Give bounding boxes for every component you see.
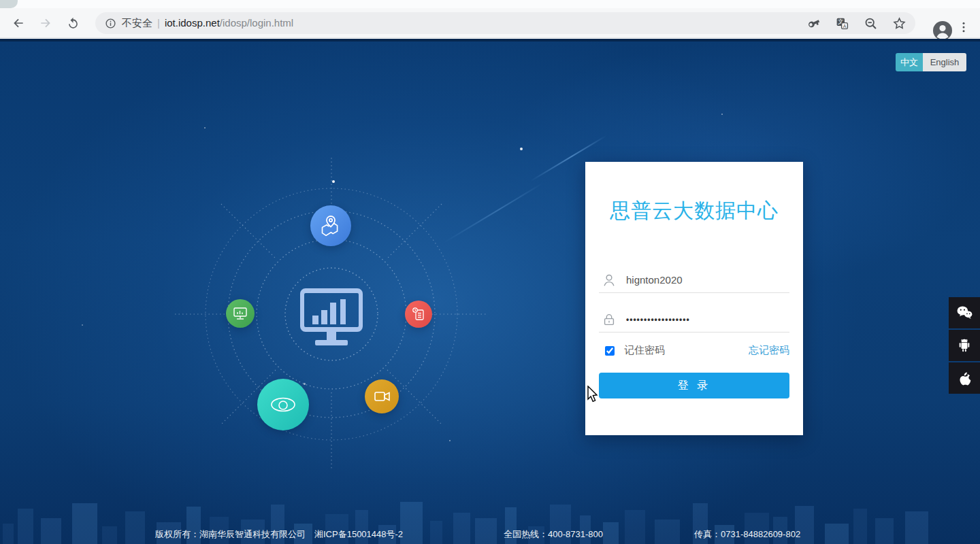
star-dot	[204, 127, 206, 129]
login-page: 中文 English 思普云大数据中心 记住密码 忘记密码	[0, 39, 980, 544]
forgot-password-link[interactable]: 忘记密码	[749, 344, 789, 357]
apple-icon	[956, 369, 973, 387]
video-module[interactable]	[365, 379, 399, 413]
url-host: iot.idosp.net	[165, 17, 220, 29]
star-dot	[82, 324, 83, 326]
mouse-cursor	[587, 386, 600, 405]
star-dot	[721, 114, 723, 115]
apple-button[interactable]	[949, 362, 980, 394]
fax-text: 传真：0731-84882609-802	[694, 528, 800, 541]
monitor-dashboard-icon	[297, 286, 365, 348]
address-bar[interactable]: 不安全|iot.idosp.net/idosp/login.html	[95, 12, 915, 34]
browser-menu-button[interactable]	[957, 20, 970, 37]
copyright-text: 版权所有：湖南华辰智通科技有限公司 湘ICP备15001448号-2	[155, 528, 403, 541]
android-icon	[956, 337, 973, 354]
security-label: 不安全	[122, 17, 152, 29]
android-button[interactable]	[949, 330, 980, 361]
password-field-row	[599, 307, 789, 333]
forward-button[interactable]	[35, 13, 56, 33]
star-icon[interactable]	[892, 16, 906, 31]
lang-english-button[interactable]: English	[923, 53, 966, 71]
back-icon	[12, 16, 25, 30]
login-button[interactable]: 登 录	[599, 373, 789, 398]
language-toggle: 中文 English	[896, 53, 966, 71]
app-links	[949, 297, 980, 394]
tab-strip	[0, 0, 980, 8]
surveillance-module[interactable]	[257, 379, 309, 430]
reload-button[interactable]	[63, 13, 83, 33]
tab-edge	[0, 0, 18, 8]
translate-icon[interactable]: 文A	[835, 16, 849, 31]
profile-icon	[932, 20, 953, 41]
eye-icon	[268, 390, 298, 420]
url-path: /idosp/login.html	[220, 17, 293, 29]
monitoring-module[interactable]	[226, 299, 255, 328]
url-separator: |	[157, 17, 160, 29]
wechat-button[interactable]	[949, 297, 980, 328]
forward-icon	[39, 16, 52, 30]
password-input[interactable]	[626, 315, 789, 324]
reload-icon	[67, 17, 80, 30]
zoom-out-icon[interactable]	[864, 16, 878, 31]
hotline-text: 全国热线：400-8731-800	[504, 528, 603, 541]
map-module[interactable]	[310, 205, 351, 246]
lock-icon	[602, 312, 617, 327]
remember-checkbox[interactable]	[605, 346, 615, 356]
browser-toolbar: 不安全|iot.idosp.net/idosp/login.html 文A	[0, 8, 980, 38]
star-dot	[520, 148, 523, 150]
wechat-icon	[955, 303, 974, 322]
info-icon[interactable]	[105, 18, 116, 29]
menu-icon	[957, 20, 970, 34]
browser-window: 不安全|iot.idosp.net/idosp/login.html 文A	[0, 0, 980, 544]
key-icon[interactable]	[806, 16, 821, 31]
svg-text:A: A	[843, 24, 847, 29]
report-icon	[410, 306, 427, 322]
remember-label: 记住密码	[624, 344, 665, 357]
video-camera-icon	[372, 386, 392, 407]
report-module[interactable]	[405, 301, 432, 328]
username-input[interactable]	[626, 274, 789, 286]
city-skyline	[0, 495, 980, 544]
page-title: 思普云大数据中心	[585, 197, 803, 225]
username-field-row	[599, 267, 789, 293]
lang-chinese-button[interactable]: 中文	[896, 53, 923, 71]
remember-row: 记住密码 忘记密码	[599, 344, 789, 357]
map-pin-icon	[318, 214, 343, 238]
login-card: 思普云大数据中心 记住密码 忘记密码 登 录	[585, 162, 803, 435]
monitor-chart-icon	[231, 305, 249, 322]
user-icon	[602, 273, 617, 288]
back-button[interactable]	[8, 13, 29, 33]
